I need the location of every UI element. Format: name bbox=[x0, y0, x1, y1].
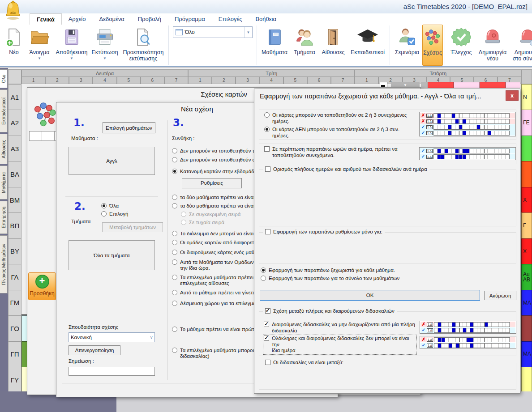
menu-tab-4[interactable]: Προβολή bbox=[131, 13, 168, 25]
app-logo-bell-icon[interactable]: aSc bbox=[4, 0, 22, 20]
strip-cell bbox=[428, 82, 454, 88]
menu-tab-3[interactable]: Δεδομένα bbox=[92, 13, 131, 25]
cancel-button[interactable]: Ακύρωση bbox=[484, 291, 516, 300]
sidebar-tab-3[interactable]: Αίθουσες bbox=[0, 134, 8, 164]
row-label-ΒΛ[interactable]: ΒΛ bbox=[8, 161, 21, 187]
select-lessons-button[interactable]: Επιλογή μαθημάτων bbox=[103, 122, 155, 133]
ok-button[interactable]: OK bbox=[260, 290, 480, 301]
sidebar-tab-label: Όλο bbox=[1, 75, 6, 83]
row-label-ΓΜ[interactable]: ΓΜ bbox=[8, 290, 21, 316]
row-label-ΓΟ[interactable]: ΓΟ bbox=[8, 315, 21, 341]
ribbon-people-item[interactable]: Τμήματα bbox=[290, 25, 319, 66]
timetable-cell[interactable]: Χ bbox=[521, 187, 532, 213]
row-label-A2[interactable]: A2 bbox=[8, 110, 21, 136]
deactivate-button[interactable]: Απενεργοποίηση bbox=[69, 345, 120, 355]
row-label-ΒΜ[interactable]: ΒΜ bbox=[8, 187, 21, 213]
ribbon-floppy-item[interactable]: Αποθήκευση▼ bbox=[54, 25, 90, 66]
row-label-ΒΥ[interactable]: ΒΥ bbox=[8, 238, 21, 264]
view-combo[interactable]: Όλο▼ bbox=[173, 26, 253, 38]
radio-icon bbox=[181, 220, 186, 225]
days-count-check[interactable]: Ορισμός πλήθους ημερών και αριθμού των δ… bbox=[263, 166, 429, 173]
sidebar-tab-4[interactable]: Μαθήματα bbox=[0, 166, 8, 200]
classes-all-radio[interactable]: Όλα bbox=[101, 203, 119, 209]
ribbon-siren-item[interactable]: Δημιουργία νέου bbox=[476, 25, 510, 66]
timetable-cell[interactable]: ΓΕ bbox=[521, 110, 532, 136]
period-header: 5 bbox=[283, 76, 307, 84]
apply-radio[interactable]: Οι κάρτες μπορούν να τοποθετηθούν σε 2 ή… bbox=[264, 112, 416, 124]
radio-icon bbox=[172, 259, 177, 265]
change-classes-button[interactable]: Μεταβολή τμημάτων bbox=[102, 222, 163, 232]
full-divided-check[interactable]: Σχέση μεταξύ πλήρεις και διαιρούμενων δι… bbox=[263, 308, 397, 314]
timetable-cell[interactable]: ΜΑ bbox=[521, 341, 532, 367]
timetable-cell[interactable] bbox=[521, 136, 532, 161]
row-label-A3[interactable]: A3 bbox=[8, 136, 21, 161]
row-label-ΓΠ[interactable]: ΓΠ bbox=[8, 341, 21, 367]
radio-icon bbox=[172, 148, 177, 153]
sidebar-tab-6[interactable]: Πίνακας Μαθημάτων bbox=[0, 235, 8, 293]
timetable-cell[interactable]: ΜΑ bbox=[521, 290, 532, 316]
settings-button[interactable]: Ρυθμίσεις bbox=[182, 178, 242, 188]
classes-listbox[interactable]: Όλα τα τμήματα bbox=[69, 240, 155, 270]
svg-text:aSc: aSc bbox=[10, 11, 16, 14]
importance-select[interactable]: Κανονική ˅ bbox=[69, 332, 155, 342]
apply-checkbox[interactable]: Σε περίπτωση παραπάνω ωρών ανά ημέρα, πρ… bbox=[264, 146, 416, 158]
lessons-listbox[interactable]: Αγγλ bbox=[69, 147, 155, 175]
ribbon-item-label: Εκτύπωση bbox=[91, 49, 118, 55]
ribbon-item-label: Εκπαιδευτικοί bbox=[351, 49, 385, 55]
apply-mode-radio[interactable]: Εφαρμογή των παραπάνω για το σύνολο των … bbox=[261, 276, 511, 282]
row-label-ΓΥ[interactable]: ΓΥ bbox=[8, 367, 21, 393]
full-divided-subcheck[interactable]: Ολόκληρες και διαιρούμενες διδασκαλίες δ… bbox=[264, 336, 416, 354]
timetable-cell[interactable]: Χ bbox=[521, 238, 532, 264]
menu-tab-5[interactable]: Πρόγραμμα bbox=[168, 13, 212, 25]
timetable-cell[interactable]: Ν bbox=[521, 84, 532, 110]
row-label-ΓΛ[interactable]: ΓΛ bbox=[8, 264, 21, 290]
add-relation-button[interactable]: + Προσθήκη bbox=[28, 272, 56, 300]
menu-tab-7[interactable]: Βοήθεια bbox=[249, 13, 283, 25]
menu-tab-1[interactable]: Γενικά bbox=[30, 13, 62, 25]
between-groupbox: Οι διδασκαλίες να είναι μεταξύ: bbox=[259, 363, 516, 390]
sidebar-tab-2[interactable]: Εκπαιδευτικοί bbox=[0, 89, 8, 132]
timetable-cell[interactable]: Γ bbox=[521, 212, 532, 238]
ribbon-molecule-item[interactable]: Σχέσεις bbox=[422, 25, 443, 66]
strip-gray bbox=[421, 82, 428, 88]
between-check[interactable]: Οι διδασκαλίες να είναι μεταξύ: bbox=[263, 360, 346, 366]
radio-icon bbox=[172, 327, 177, 332]
timetable-cell[interactable] bbox=[521, 367, 532, 393]
period-header: 4 bbox=[93, 76, 116, 84]
ribbon-check-badge-item[interactable]: Έλεγχος bbox=[447, 25, 476, 66]
full-divided-subcheck[interactable]: Διαιρούμενες διδασκαλίες να μην διαχωρίζ… bbox=[264, 322, 416, 334]
period-header: 1 bbox=[188, 76, 212, 84]
menu-tab-2[interactable]: Αρχείο bbox=[62, 13, 93, 25]
ribbon-preview-item[interactable]: Προεπισκόπηση εκτύπωσης bbox=[120, 25, 167, 66]
row-label-A1[interactable]: A1 bbox=[8, 84, 21, 110]
ribbon-door-item[interactable]: Αίθουσες bbox=[319, 25, 348, 66]
radio-icon bbox=[101, 203, 107, 208]
door-icon bbox=[324, 26, 343, 48]
classes-select-radio[interactable]: Επιλογή bbox=[101, 211, 128, 217]
ribbon-cap-item[interactable]: Εκπαιδευτικοί bbox=[348, 25, 388, 66]
sidebar-tab-5[interactable]: Επιτήρηση bbox=[0, 201, 8, 234]
ribbon-book-item[interactable]: Μαθήματα bbox=[259, 25, 290, 66]
ribbon-printer-item[interactable]: Εκτύπωση▼ bbox=[90, 25, 120, 66]
ribbon-person-check-item[interactable]: Σεμινάρια bbox=[392, 25, 422, 66]
full-divided-subcheck-label: Ολόκληρες και διαιρούμενες διδασκαλίες δ… bbox=[272, 336, 416, 354]
timetable-cell[interactable] bbox=[521, 161, 532, 187]
ribbon-siren-cloud-item[interactable]: Δημιουργία στο σύννεφο bbox=[510, 25, 532, 66]
ribbon-new-doc-item[interactable]: Νέο bbox=[3, 25, 25, 66]
menu-tab-6[interactable]: Επιλογές bbox=[212, 13, 249, 25]
apply-only-for-check[interactable]: Εφαρμογή των παραπάνω ρυθμίσεων μόνο για… bbox=[263, 229, 385, 235]
apply-radio-label: Οι κάρτες ΔΕΝ μπορούν να τοποθετηθούν σε… bbox=[272, 127, 416, 139]
note-input[interactable] bbox=[69, 367, 155, 376]
timetable-cell[interactable]: Au ΑΒ bbox=[521, 264, 532, 290]
close-button[interactable]: x bbox=[506, 90, 519, 101]
period-header: 6 bbox=[307, 76, 331, 84]
ribbon-folder-item[interactable]: Άνοιγμα▼ bbox=[25, 25, 54, 66]
sidebar-tab-1[interactable]: Όλο bbox=[0, 69, 8, 88]
apply-mode-radio-label: Εφαρμογή των παραπάνω για το σύνολο των … bbox=[269, 276, 399, 282]
apply-mode-radio[interactable]: Εφαρμογή των παραπάνω ξεχωριστά για κάθε… bbox=[261, 268, 511, 274]
row-label-ΒΠ[interactable]: ΒΠ bbox=[8, 212, 21, 238]
apply-radio[interactable]: Οι κάρτες ΔΕΝ μπορούν να τοποθετηθούν σε… bbox=[264, 127, 416, 139]
combo-dropdown-button[interactable]: ▼ bbox=[244, 27, 252, 38]
timetable-cell[interactable] bbox=[521, 315, 532, 341]
dropdown-caret-icon: ▼ bbox=[70, 56, 73, 60]
